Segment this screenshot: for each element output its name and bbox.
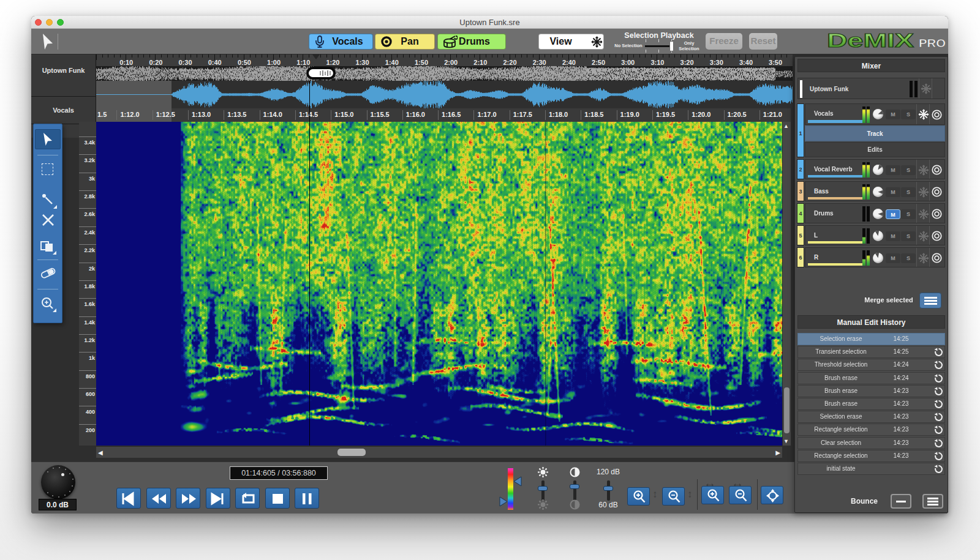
svg-text:DeMIX: DeMIX: [827, 32, 914, 51]
svg-text:PRO: PRO: [919, 37, 946, 50]
